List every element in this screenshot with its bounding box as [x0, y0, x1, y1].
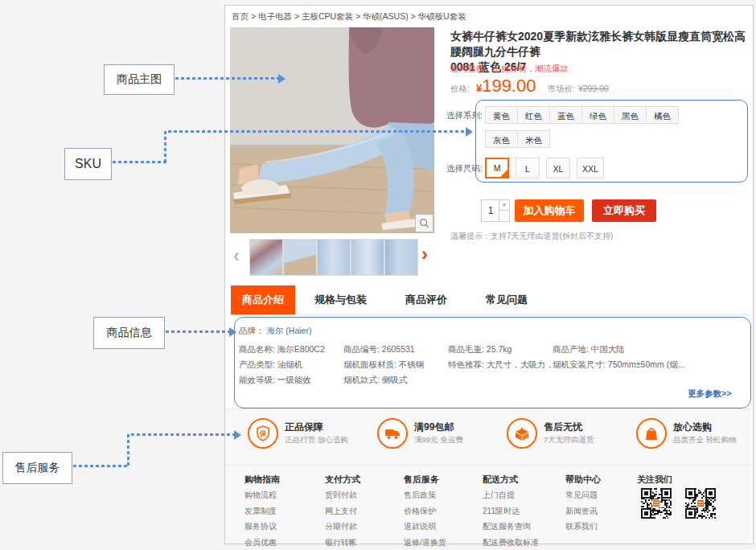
annotation-product-info: 商品信息: [93, 317, 165, 349]
service-desc: 正品行货 放心选购: [285, 435, 348, 445]
more-params-link[interactable]: 更多参数>>: [688, 388, 731, 400]
footer-link[interactable]: 配送服务查询: [483, 519, 539, 535]
spec-item: 烟机安装尺寸: 750mm±50mm (烟...: [553, 359, 738, 375]
qr-code-1: [641, 488, 672, 519]
footer-link[interactable]: 211限时达: [483, 503, 539, 519]
tab-reviews[interactable]: 商品评价: [386, 285, 466, 314]
truck-icon: [377, 418, 408, 449]
service-free-shipping: [377, 418, 408, 449]
spec-item: 商品名称: 海尔E800C2: [239, 344, 343, 359]
series-option-black[interactable]: 黑色: [614, 106, 647, 124]
brand-label: 品牌：: [239, 326, 265, 335]
breadcrumb[interactable]: 首页 > 电子电器 > 主板CPU套装 > 华硕(ASUS) > 华硕板U套装: [232, 11, 466, 23]
brand-link[interactable]: 海尔 (Haier): [266, 326, 311, 335]
service-desc: 满99元 免运费: [414, 435, 463, 445]
thumbnail-3[interactable]: [317, 239, 351, 276]
quantity-stepper[interactable]: 1 + -: [481, 199, 510, 222]
qr-code-2: [685, 488, 716, 519]
footer-link[interactable]: 银行转帐: [325, 535, 357, 550]
annotation-arrow-line: [73, 465, 129, 467]
series-option-gray[interactable]: 灰色: [485, 130, 518, 148]
footer-link[interactable]: 配送费收取标准: [483, 535, 539, 550]
add-to-cart-button[interactable]: 加入购物车: [515, 199, 584, 222]
svg-text:保: 保: [259, 429, 267, 437]
footer-link[interactable]: 分期付款: [325, 519, 357, 535]
footer-link[interactable]: 新闻资讯: [565, 503, 598, 519]
size-option-xl[interactable]: XL: [546, 158, 570, 179]
promo-text: 遮肉显瘦，不挑身材，潮流爆款: [450, 64, 569, 75]
footer-link[interactable]: 联系我们: [565, 519, 598, 535]
chevron-right-icon[interactable]: ›: [421, 244, 428, 264]
price-label: 价格:: [450, 84, 470, 95]
quantity-decrease-button[interactable]: -: [499, 211, 509, 221]
footer-column-title: 售后服务: [404, 474, 439, 486]
footer-link[interactable]: 上门自提: [483, 487, 539, 503]
service-title: 售后无忧: [544, 421, 582, 434]
currency-symbol: ¥: [476, 82, 482, 94]
annotation-arrowhead: [229, 327, 236, 337]
service-easy-shopping: [636, 418, 667, 449]
annotation-arrowhead: [278, 74, 286, 84]
tab-spec-packaging[interactable]: 规格与包装: [295, 285, 386, 314]
footer-link[interactable]: 退款说明: [404, 519, 446, 535]
size-option-l[interactable]: L: [516, 158, 540, 179]
chevron-left-icon[interactable]: ‹: [233, 246, 240, 265]
size-option-m-selected[interactable]: M: [485, 158, 509, 179]
footer-column-title: 购物指南: [244, 474, 280, 486]
annotation-arrow-line: [113, 161, 167, 163]
service-desc: 品类齐全 轻松购物: [673, 435, 737, 445]
zoom-icon[interactable]: [415, 214, 433, 232]
series-option-beige[interactable]: 米色: [517, 130, 550, 148]
buy-now-button[interactable]: 立即购买: [592, 199, 656, 222]
annotation-main-image: 商品主图: [104, 64, 175, 95]
annotation-arrow-line: [175, 77, 278, 80]
annotation-arrow-line: [131, 433, 234, 436]
series-option-red[interactable]: 红色: [517, 106, 550, 124]
market-price-label: 市场价:: [547, 84, 574, 95]
size-option-xxl[interactable]: XXL: [577, 158, 604, 179]
series-label: 选择系列:: [446, 110, 483, 121]
tab-product-intro[interactable]: 商品介绍: [231, 285, 295, 314]
series-option-yellow[interactable]: 黄色: [485, 106, 518, 124]
footer-column-title: 帮助中心: [565, 474, 601, 486]
footer-link[interactable]: 网上支付: [325, 503, 357, 519]
bag-icon: [636, 418, 667, 449]
footer-link[interactable]: 购物流程: [244, 487, 277, 503]
footer-link[interactable]: 货到付款: [325, 487, 357, 503]
spec-item: 产品类型: 油烟机: [239, 359, 343, 375]
brand-row: 品牌： 海尔 (Haier): [239, 326, 311, 337]
service-desc: 7天无理由退货: [544, 435, 594, 445]
service-after-sales: [507, 418, 537, 449]
thumbnail-5[interactable]: [384, 239, 418, 276]
annotation-arrow-line: [127, 434, 129, 467]
series-option-orange[interactable]: 橘色: [646, 106, 679, 124]
service-title: 正品保障: [285, 421, 323, 434]
service-title: 满99包邮: [414, 421, 454, 434]
annotation-arrowhead: [234, 430, 241, 440]
market-price-value: ¥299.00: [578, 84, 609, 93]
thumbnail-4[interactable]: [351, 239, 384, 276]
quantity-increase-button[interactable]: +: [499, 200, 509, 211]
spec-item: 烟机款式: 侧吸式: [343, 375, 448, 390]
price-value: 199.00: [482, 76, 536, 96]
detail-tabs: 商品介绍 规格与包装 商品评价 常见问题: [231, 285, 750, 315]
quantity-value[interactable]: 1: [482, 200, 499, 221]
spec-item: 商品产地: 中国大陆: [553, 344, 738, 359]
footer-link[interactable]: 发票制度: [244, 503, 277, 519]
series-option-green[interactable]: 绿色: [581, 106, 614, 124]
return-policy-tip: 温馨提示：支持7天无理由退货(拆封后不支持): [450, 231, 613, 242]
follow-us-title: 关注我们: [637, 474, 672, 486]
footer-link[interactable]: 会员优惠: [244, 535, 277, 550]
annotation-sku: SKU: [64, 148, 112, 180]
thumbnail-2[interactable]: [283, 239, 317, 276]
footer-link[interactable]: 常见问题: [565, 487, 598, 503]
series-option-blue[interactable]: 蓝色: [549, 106, 582, 124]
footer-link[interactable]: 服务协议: [244, 519, 277, 535]
thumbnail-1[interactable]: [249, 239, 283, 276]
tab-faq[interactable]: 常见问题: [466, 285, 547, 314]
footer-link[interactable]: 返修/退换货: [404, 535, 446, 550]
spec-item: 特色推荐: 大尺寸，大吸力，静音...: [448, 359, 553, 375]
footer-link[interactable]: 售后政策: [404, 487, 446, 503]
spec-item: 商品编号: 2605531: [343, 344, 448, 359]
footer-link[interactable]: 价格保护: [404, 503, 446, 519]
